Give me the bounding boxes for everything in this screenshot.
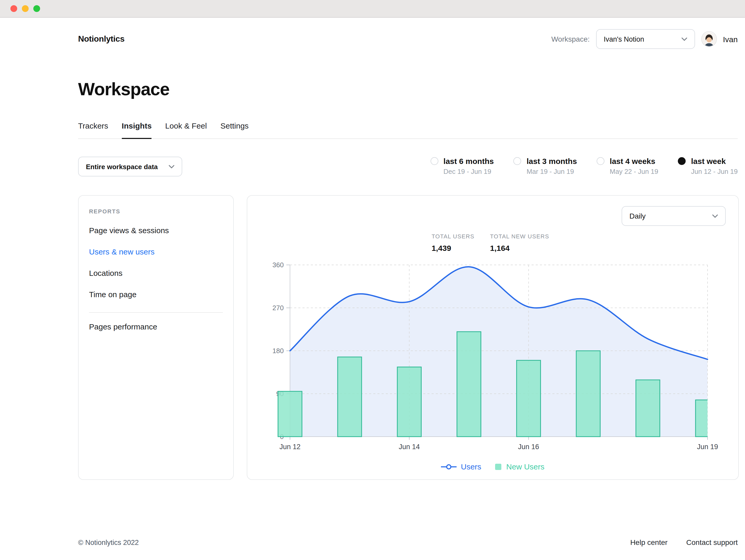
avatar-illustration [702, 32, 716, 47]
workspace-label: Workspace: [551, 35, 590, 43]
contact-support-link[interactable]: Contact support [686, 538, 738, 547]
total-new-users-value: 1,164 [490, 243, 549, 253]
reports-sidebar: REPORTS Page views & sessions Users & ne… [78, 195, 234, 480]
granularity-select-value: Daily [629, 212, 646, 220]
close-window-button[interactable] [10, 5, 17, 12]
radio-icon [514, 157, 521, 165]
workspace-select[interactable]: Ivan's Notion [596, 29, 695, 49]
tab-trackers[interactable]: Trackers [78, 121, 108, 139]
svg-text:270: 270 [272, 304, 284, 312]
sidebar-item-locations[interactable]: Locations [89, 262, 223, 284]
svg-text:180: 180 [272, 347, 284, 355]
chart-card: Daily TOTAL USERS 1,439 TOTAL NEW USERS … [247, 195, 739, 480]
new-users-swatch-icon [495, 463, 502, 470]
topbar-right: Workspace: Ivan's Notion Ivan [551, 29, 738, 49]
date-range-group: last 6 months Dec 19 - Jun 19 last 3 mon… [430, 157, 738, 175]
brand-logo: Notionlytics [78, 34, 124, 44]
range-label: last 3 months [527, 157, 577, 165]
sidebar-item-page-views-sessions[interactable]: Page views & sessions [89, 220, 223, 241]
page-content: Notionlytics Workspace: Ivan's Notion Iv… [78, 18, 738, 560]
user-name: Ivan [723, 35, 738, 43]
copyright: © Notionlytics 2022 [78, 538, 139, 546]
tab-settings[interactable]: Settings [221, 121, 249, 139]
range-dates: Mar 19 - Jun 19 [527, 168, 577, 175]
total-users-stat: TOTAL USERS 1,439 [431, 233, 475, 253]
reports-heading: REPORTS [89, 208, 223, 215]
page-title: Workspace [78, 79, 738, 99]
content-area: REPORTS Page views & sessions Users & ne… [78, 195, 738, 480]
total-users-label: TOTAL USERS [431, 233, 475, 239]
sidebar-divider [89, 312, 223, 313]
chevron-down-icon [169, 165, 174, 168]
svg-text:360: 360 [272, 261, 284, 269]
zoom-window-button[interactable] [33, 5, 40, 12]
filter-row: Entire workspace data last 6 months Dec … [78, 157, 738, 176]
range-option-last-3-months[interactable]: last 3 months Mar 19 - Jun 19 [514, 157, 577, 175]
radio-icon [678, 157, 686, 165]
sidebar-item-users-new-users[interactable]: Users & new users [89, 241, 223, 262]
svg-text:Jun 19: Jun 19 [697, 443, 718, 451]
total-new-users-label: TOTAL NEW USERS [490, 233, 549, 239]
total-users-value: 1,439 [431, 243, 475, 253]
range-dates: Jun 12 - Jun 19 [691, 168, 738, 175]
svg-text:Jun 14: Jun 14 [399, 443, 420, 451]
sidebar-item-pages-performance[interactable]: Pages performance [89, 316, 223, 337]
radio-icon [430, 157, 439, 165]
chart-card-toolbar: Daily [260, 206, 726, 226]
range-option-last-6-months[interactable]: last 6 months Dec 19 - Jun 19 [430, 157, 494, 175]
users-new-users-chart: 090180270360Jun 12Jun 14Jun 16Jun 19 [260, 261, 726, 461]
svg-text:Jun 12: Jun 12 [279, 443, 300, 451]
window-titlebar [0, 0, 745, 18]
svg-text:Jun 16: Jun 16 [518, 443, 539, 451]
chevron-down-icon [712, 214, 718, 218]
tab-look-and-feel[interactable]: Look & Feel [165, 121, 207, 139]
tab-bar: Trackers Insights Look & Feel Settings [78, 121, 738, 139]
app-window: Notionlytics Workspace: Ivan's Notion Iv… [0, 0, 745, 560]
users-line-icon [441, 463, 457, 470]
legend-new-users[interactable]: New Users [495, 462, 545, 471]
range-option-last-4-weeks[interactable]: last 4 weeks May 22 - Jun 19 [596, 157, 658, 175]
scope-select-value: Entire workspace data [86, 163, 158, 170]
page-footer: © Notionlytics 2022 Help center Contact … [78, 523, 738, 560]
tab-insights[interactable]: Insights [122, 121, 152, 139]
footer-links: Help center Contact support [630, 538, 738, 547]
chevron-down-icon [681, 37, 687, 41]
range-label: last week [691, 157, 738, 165]
range-label: last 4 weeks [610, 157, 658, 165]
legend-users-label: Users [461, 462, 481, 471]
scope-select[interactable]: Entire workspace data [78, 157, 182, 176]
totals-row: TOTAL USERS 1,439 TOTAL NEW USERS 1,164 [431, 233, 726, 253]
help-center-link[interactable]: Help center [630, 538, 668, 547]
total-new-users-stat: TOTAL NEW USERS 1,164 [490, 233, 549, 253]
minimize-window-button[interactable] [22, 5, 29, 12]
top-navigation: Notionlytics Workspace: Ivan's Notion Iv… [78, 29, 738, 49]
range-dates: May 22 - Jun 19 [610, 168, 658, 175]
workspace-select-value: Ivan's Notion [604, 35, 644, 43]
legend-new-users-label: New Users [506, 462, 545, 471]
granularity-select[interactable]: Daily [622, 206, 726, 226]
legend-users[interactable]: Users [441, 462, 481, 471]
chart-legend: Users New Users [260, 462, 726, 471]
range-dates: Dec 19 - Jun 19 [444, 168, 494, 175]
range-option-last-week[interactable]: last week Jun 12 - Jun 19 [678, 157, 738, 175]
sidebar-item-time-on-page[interactable]: Time on page [89, 284, 223, 305]
radio-icon [596, 157, 605, 165]
avatar[interactable] [701, 31, 717, 47]
range-label: last 6 months [444, 157, 494, 165]
